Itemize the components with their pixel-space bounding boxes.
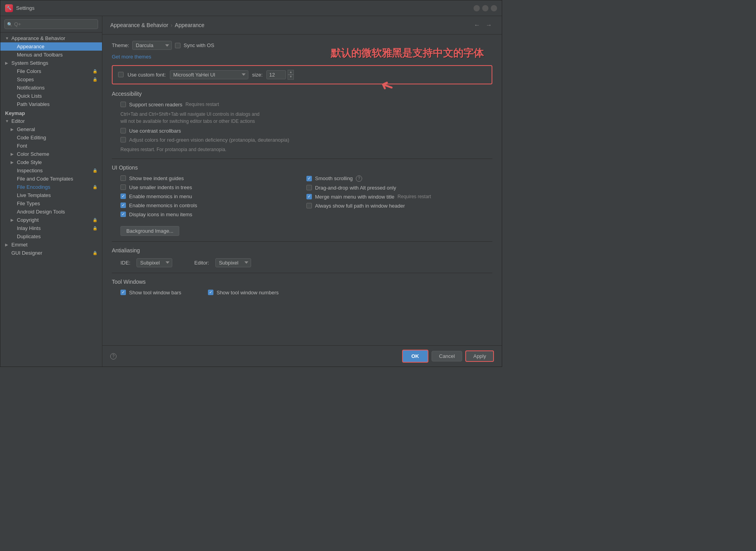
minimize-button[interactable]: —	[474, 5, 480, 11]
sidebar-item-gui-designer[interactable]: GUI Designer 🔒	[0, 249, 102, 257]
sidebar-item-menus-toolbars[interactable]: Menus and Toolbars	[0, 51, 102, 59]
custom-font-checkbox[interactable]	[118, 72, 124, 77]
help-button[interactable]: ?	[110, 353, 117, 359]
tool-windows-cb2-label: Show tool window numbers	[217, 290, 279, 296]
adjust-colors-checkbox[interactable]	[120, 137, 126, 142]
editor-aa-dropdown[interactable]: Subpixel Greyscale	[215, 258, 251, 267]
sidebar-item-label: Emmet	[11, 242, 27, 248]
search-input[interactable]	[4, 19, 98, 29]
tool-windows-cb2[interactable]	[208, 290, 213, 295]
sidebar-item-notifications[interactable]: Notifications	[0, 84, 102, 92]
sidebar-item-live-templates[interactable]: Live Templates	[0, 191, 102, 199]
smaller-indents-checkbox[interactable]	[120, 184, 126, 190]
sidebar: 🔍 ▼ Appearance & Behavior Appearance Men…	[0, 16, 102, 367]
screen-readers-checkbox[interactable]	[120, 102, 126, 107]
sidebar-item-editor[interactable]: ▼ Editor	[0, 117, 102, 125]
sidebar-item-color-scheme[interactable]: ▶ Color Scheme	[0, 150, 102, 158]
font-size-down-button[interactable]: ▼	[288, 75, 294, 79]
merge-requires-restart: Requires restart	[397, 194, 431, 199]
sidebar-item-quick-lists[interactable]: Quick Lists	[0, 92, 102, 100]
smooth-scrolling-checkbox[interactable]	[306, 176, 312, 181]
sidebar-item-label: GUI Designer	[11, 250, 42, 256]
always-full-path-checkbox[interactable]	[306, 203, 312, 208]
background-image-button[interactable]: Background Image...	[120, 226, 179, 236]
sidebar-item-appearance-behavior[interactable]: ▼ Appearance & Behavior	[0, 34, 102, 42]
sync-os-label: Sync with OS	[184, 42, 214, 48]
font-size-label: size:	[252, 72, 263, 78]
sync-os-checkbox[interactable]	[175, 43, 180, 48]
tool-windows-cb1[interactable]	[120, 290, 126, 295]
sidebar-item-label: Path Variables	[17, 101, 50, 107]
apply-button[interactable]: Apply	[465, 350, 494, 362]
contrast-scrollbars-row: Use contrast scrollbars	[120, 128, 492, 134]
custom-font-dropdown[interactable]: Microsoft YaHei UI	[170, 70, 248, 79]
merge-main-menu-row: Merge main menu with window title Requir…	[306, 194, 485, 200]
sidebar-item-appearance[interactable]: Appearance	[0, 42, 102, 51]
custom-font-label: Use custom font:	[128, 72, 166, 78]
font-size-up-button[interactable]: ▲	[288, 70, 294, 75]
nav-back-button[interactable]: ←	[472, 21, 482, 29]
ide-aa-dropdown[interactable]: Subpixel Greyscale	[137, 258, 172, 267]
smooth-scrolling-help-icon[interactable]: ?	[356, 175, 362, 182]
nav-forward-button[interactable]: →	[484, 21, 494, 29]
sidebar-item-label: Appearance & Behavior	[11, 35, 65, 41]
sidebar-item-copyright[interactable]: ▶ Copyright 🔒	[0, 216, 102, 224]
sidebar-item-inspections[interactable]: Inspections 🔒	[0, 166, 102, 175]
sidebar-item-label: Live Templates	[17, 192, 51, 198]
sidebar-item-file-code-templates[interactable]: File and Code Templates	[0, 175, 102, 183]
theme-dropdown[interactable]: Darcula IntelliJ Light	[132, 41, 172, 50]
sidebar-item-code-editing[interactable]: Code Editing	[0, 133, 102, 142]
show-tree-indent-checkbox[interactable]	[120, 175, 126, 181]
main-panel: Appearance & Behavior › Appearance ← → T…	[102, 16, 502, 367]
enable-mnemonics-menu-row: Enable mnemonics in menu	[120, 193, 299, 199]
sidebar-item-duplicates[interactable]: Duplicates	[0, 232, 102, 241]
get-more-themes-link[interactable]: Get more themes	[112, 54, 151, 60]
enable-mnemonics-controls-checkbox[interactable]	[120, 203, 126, 208]
sidebar-item-label: Appearance	[17, 44, 44, 49]
show-tree-indent-label: Show tree indent guides	[129, 175, 184, 181]
sidebar-item-file-encodings[interactable]: File Encodings 🔒	[0, 183, 102, 191]
enable-mnemonics-menu-checkbox[interactable]	[120, 193, 126, 199]
sidebar-item-label: Menus and Toolbars	[17, 52, 63, 58]
sidebar-item-android-design-tools[interactable]: Android Design Tools	[0, 208, 102, 216]
ui-options-col-right: Smooth scrolling ? Drag-and-drop with Al…	[306, 175, 492, 221]
cancel-button[interactable]: Cancel	[432, 351, 462, 361]
sidebar-item-system-settings[interactable]: ▶ System Settings	[0, 59, 102, 67]
sidebar-item-file-types[interactable]: File Types	[0, 199, 102, 208]
contrast-scrollbars-checkbox[interactable]	[120, 128, 126, 133]
settings-window: 🔧 Settings — □ ✕ 🔍 ▼ Appearance & Behavi…	[0, 0, 502, 367]
divider-2	[112, 241, 492, 242]
enable-mnemonics-controls-label: Enable mnemonics in controls	[129, 203, 197, 208]
maximize-button[interactable]: □	[482, 5, 488, 11]
enable-mnemonics-controls-row: Enable mnemonics in controls	[120, 203, 299, 208]
smaller-indents-label: Use smaller indents in trees	[129, 184, 192, 190]
ide-aa-label: IDE:	[120, 260, 130, 266]
close-button[interactable]: ✕	[491, 5, 497, 11]
sidebar-item-inlay-hints[interactable]: Inlay Hints 🔒	[0, 224, 102, 232]
sidebar-item-scopes[interactable]: Scopes 🔒	[0, 75, 102, 84]
merge-main-menu-checkbox[interactable]	[306, 194, 312, 199]
display-icons-checkbox[interactable]	[120, 212, 126, 217]
sidebar-item-label: File Colors	[17, 68, 41, 74]
drag-drop-alt-checkbox[interactable]	[306, 185, 312, 190]
expand-arrow-icon: ▼	[5, 119, 11, 123]
get-more-themes-row: Get more themes	[112, 54, 492, 60]
font-size-input[interactable]	[266, 70, 286, 79]
ui-options-grid: Show tree indent guides Use smaller inde…	[120, 175, 492, 221]
display-icons-label: Display icons in menu items	[129, 212, 192, 217]
sidebar-item-font[interactable]: Font	[0, 142, 102, 150]
contrast-scrollbars-label: Use contrast scrollbars	[129, 128, 181, 134]
ok-button[interactable]: OK	[402, 350, 429, 363]
sidebar-item-label: Keymap	[5, 110, 25, 116]
sidebar-item-file-colors[interactable]: File Colors 🔒	[0, 67, 102, 75]
sidebar-item-keymap[interactable]: Keymap	[0, 108, 102, 117]
lock-icon: 🔒	[93, 226, 97, 230]
nav-arrows: ← →	[472, 21, 494, 29]
lock-icon: 🔒	[93, 218, 97, 222]
sidebar-item-label: Editor	[11, 118, 25, 124]
sidebar-item-general[interactable]: ▶ General	[0, 125, 102, 133]
sidebar-item-path-variables[interactable]: Path Variables	[0, 100, 102, 108]
sidebar-item-emmet[interactable]: ▶ Emmet	[0, 241, 102, 249]
ui-options-block: Show tree indent guides Use smaller inde…	[112, 175, 492, 236]
sidebar-item-code-style[interactable]: ▶ Code Style	[0, 158, 102, 166]
